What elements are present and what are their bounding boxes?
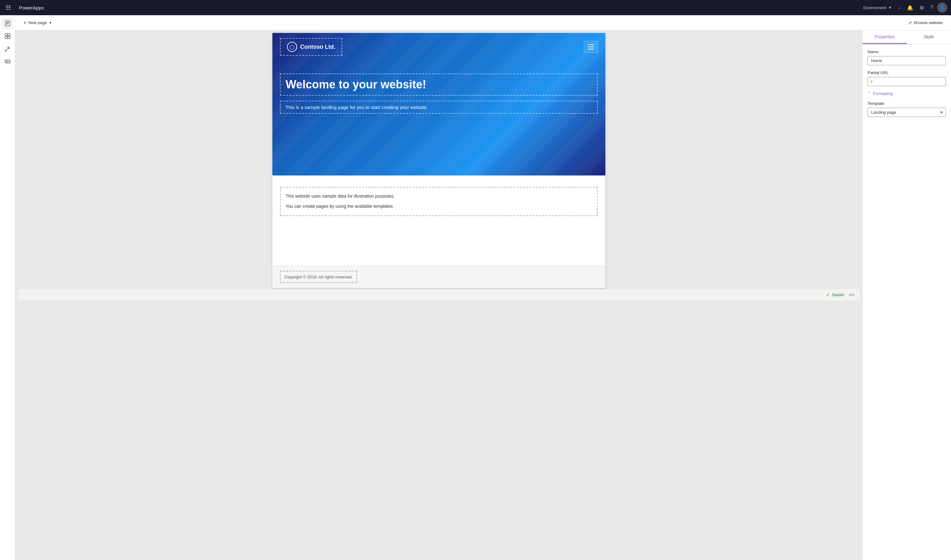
partial-url-field-group: Partial URL: [868, 70, 946, 86]
hero-title: Welcome to your website!: [286, 78, 592, 91]
saved-status: ✓ Saved: [826, 292, 843, 297]
sidebar-item-pages[interactable]: [2, 18, 13, 29]
website-preview: ◯ Contoso Ltd. We: [272, 33, 605, 288]
preview-area: ◯ Contoso Ltd. We: [15, 31, 862, 560]
environment-label: Environment: [863, 5, 886, 10]
site-header: ◯ Contoso Ltd.: [272, 33, 605, 61]
download-icon[interactable]: ↓: [895, 3, 903, 12]
topbar: ☷ PowerApps Environment ▼ ↓ 🔔 ⚙ ? 👤: [0, 0, 951, 15]
partial-url-label: Partial URL: [868, 70, 946, 75]
partial-url-input[interactable]: [868, 77, 946, 86]
hero-content: Welcome to your website! This is a sampl…: [272, 61, 605, 114]
name-label: Name: [868, 49, 946, 54]
saved-label: Saved: [832, 292, 843, 297]
logo-text: Contoso Ltd.: [300, 44, 335, 50]
sidebar-item-tools[interactable]: [2, 43, 13, 54]
sidebar: [0, 15, 15, 560]
check-icon: ✓: [826, 292, 830, 297]
logo-box[interactable]: ◯ Contoso Ltd.: [280, 38, 343, 56]
settings-icon[interactable]: ⚙: [917, 3, 926, 13]
svg-rect-7: [8, 37, 10, 38]
footer-text: Copyright © 2019. All rights reserved.: [284, 275, 353, 279]
template-select-wrapper: Landing page Blank FAQ Contact us ▼: [868, 108, 946, 117]
tab-properties[interactable]: Properties: [863, 31, 907, 44]
sidebar-item-components[interactable]: [2, 31, 13, 42]
browse-website-icon: ⇗: [908, 20, 912, 25]
svg-rect-4: [5, 34, 7, 36]
browse-website-label: Browse website: [914, 20, 943, 25]
panel-tabs: Properties Style: [863, 31, 951, 45]
topbar-icons: ↓ 🔔 ⚙ ? 👤: [895, 3, 947, 13]
logo-circle: ◯: [287, 42, 297, 52]
body-split: ◯ Contoso Ltd. We: [15, 31, 951, 560]
sidebar-item-data[interactable]: [2, 56, 13, 67]
browse-website-button[interactable]: ⇗ Browse website: [905, 18, 946, 27]
code-icon[interactable]: </>: [849, 292, 855, 297]
new-page-label: New page: [28, 20, 47, 25]
data-icon: [5, 58, 11, 65]
environment-selector[interactable]: Environment ▼: [863, 5, 892, 10]
app-name: PowerApps: [17, 5, 46, 11]
new-page-button[interactable]: + New page ▼: [20, 18, 55, 28]
hero-title-box[interactable]: Welcome to your website!: [280, 74, 598, 95]
formatting-section-header[interactable]: ⌃ Formatting: [868, 91, 946, 96]
plus-icon: +: [23, 20, 26, 26]
pages-icon: [5, 20, 11, 27]
hero-subtitle: This is a sample landing page for you to…: [286, 105, 592, 110]
content-box[interactable]: This website uses sample data for illust…: [280, 187, 598, 216]
nav-hamburger[interactable]: [584, 41, 598, 53]
chevron-down-icon: ▼: [888, 6, 892, 9]
right-panel: Properties Style Name Partial URL ⌃ Form: [862, 31, 951, 560]
content-line1: This website uses sample data for illust…: [286, 192, 592, 200]
hero-section: ◯ Contoso Ltd. We: [272, 33, 605, 175]
main-layout: + New page ▼ ⇗ Browse website: [0, 15, 951, 560]
svg-rect-6: [5, 37, 7, 38]
grid-icon[interactable]: ☷: [4, 2, 13, 13]
template-label: Template: [868, 101, 946, 106]
template-field-group: Template Landing page Blank FAQ Contact …: [868, 101, 946, 117]
status-bar: ✓ Saved </>: [18, 289, 860, 301]
footer-box[interactable]: Copyright © 2019. All rights reserved.: [280, 271, 357, 283]
content-area: + New page ▼ ⇗ Browse website: [15, 15, 951, 560]
template-select[interactable]: Landing page Blank FAQ Contact us: [868, 108, 946, 117]
panel-body: Name Partial URL ⌃ Formatting Template: [863, 45, 951, 122]
hamburger-line-2: [588, 46, 594, 47]
tools-icon: [5, 46, 11, 52]
toolbar: + New page ▼ ⇗ Browse website: [15, 15, 951, 31]
tab-style[interactable]: Style: [907, 31, 951, 44]
components-icon: [5, 33, 11, 39]
white-spacer: [272, 221, 605, 259]
name-field-group: Name: [868, 49, 946, 65]
formatting-label: Formatting: [873, 91, 893, 96]
site-footer: Copyright © 2019. All rights reserved.: [272, 265, 605, 288]
hamburger-line-1: [588, 45, 594, 45]
help-icon[interactable]: ?: [928, 3, 936, 12]
chevron-up-icon: ⌃: [868, 91, 871, 96]
svg-rect-5: [8, 34, 10, 36]
svg-rect-0: [5, 21, 10, 26]
avatar[interactable]: 👤: [937, 3, 947, 13]
notification-icon[interactable]: 🔔: [905, 3, 916, 13]
hero-subtitle-box[interactable]: This is a sample landing page for you to…: [280, 101, 598, 114]
new-page-chevron-icon: ▼: [49, 21, 52, 25]
hamburger-line-3: [588, 49, 594, 49]
name-input[interactable]: [868, 56, 946, 65]
svg-rect-8: [5, 60, 10, 63]
content-line2: You can create pages by using the availa…: [286, 203, 592, 210]
white-section: This website uses sample data for illust…: [272, 175, 605, 265]
